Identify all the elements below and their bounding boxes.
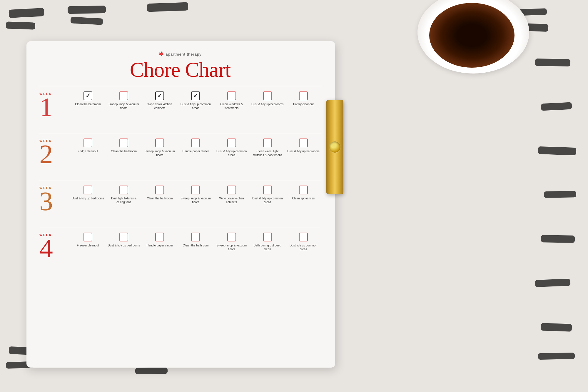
task-label-w3-t2: Clean the bathroom [147, 196, 173, 201]
task-cell-w3-t6: Clean appliances [286, 184, 321, 206]
task-cell-w1-t3: ✓Dust & tidy up common areas [178, 90, 213, 111]
task-cell-w3-t5: Dust & tidy up common areas [250, 184, 285, 206]
clipboard: ✻ apartment therapy Chore Chart WEEK1✓Cl… [26, 41, 335, 368]
week-label-4: WEEK4 [39, 231, 70, 259]
checkbox-w3-t2[interactable] [155, 186, 164, 194]
task-cell-w2-t0: Fridge cleanout [70, 137, 106, 159]
task-cell-w2-t2: Sweep, mop & vacuum floors [142, 137, 177, 159]
week-label-1: WEEK1 [39, 90, 70, 118]
task-label-w1-t6: Pantry cleanout [293, 102, 314, 106]
task-cell-w4-t4: Sweep, mop & vacuum floors [214, 231, 249, 253]
task-cell-w3-t2: Clean the bathroom [142, 184, 177, 206]
task-label-w4-t5: Bathroom grout deep clean [251, 243, 284, 251]
task-cell-w2-t4: Dust & tidy up common areas [214, 137, 249, 159]
task-label-w1-t5: Dust & tidy up bedrooms [251, 102, 284, 106]
checkbox-w1-t1[interactable] [119, 91, 128, 100]
task-label-w4-t3: Clean the bathroom [183, 243, 209, 248]
task-cell-w3-t4: Wipe down kitchen cabinets [214, 184, 249, 206]
task-label-w3-t0: Dust & tidy up bedrooms [72, 196, 104, 201]
task-label-w3-t3: Sweep, mop & vacuum floors [179, 196, 212, 204]
task-label-w2-t2: Sweep, mop & vacuum floors [143, 149, 176, 157]
brush-stroke-15 [538, 146, 577, 156]
task-label-w3-t5: Dust & tidy up common areas [251, 196, 284, 204]
checkbox-w3-t5[interactable] [263, 186, 272, 194]
task-cell-w1-t1: Sweep, mop & vacuum floors [106, 90, 141, 111]
task-label-w1-t4: Clean windows & treatments [215, 102, 248, 110]
checkbox-w2-t4[interactable] [227, 139, 236, 147]
task-cell-w2-t6: Dust & tidy up bedrooms [286, 137, 321, 159]
week-label-2: WEEK2 [39, 137, 70, 165]
task-label-w4-t0: Freezer cleanout [77, 243, 99, 248]
brush-stroke-19 [541, 323, 572, 332]
brush-stroke-18 [535, 279, 571, 287]
checkbox-w2-t6[interactable] [299, 139, 308, 147]
brush-stroke-10 [135, 367, 168, 374]
checkbox-w3-t4[interactable] [227, 186, 236, 194]
task-cell-w2-t5: Clean walls, light switches & door knobs [250, 137, 285, 159]
checkbox-w2-t3[interactable] [191, 139, 200, 147]
task-label-w3-t4: Wipe down kitchen cabinets [215, 196, 248, 204]
task-cell-w1-t4: Clean windows & treatments [214, 90, 249, 111]
week-number-1: 1 [39, 96, 53, 118]
checkbox-w3-t3[interactable] [191, 186, 200, 194]
checkbox-w1-t4[interactable] [227, 91, 236, 100]
week-label-3: WEEK3 [39, 184, 70, 212]
checkbox-w1-t6[interactable] [299, 91, 308, 100]
brush-stroke-17 [541, 235, 575, 243]
brush-stroke-14 [541, 102, 572, 111]
checkbox-w1-t5[interactable] [263, 91, 272, 100]
checkbox-w1-t2[interactable]: ✓ [155, 91, 164, 100]
task-label-w4-t4: Sweep, mop & vacuum floors [215, 243, 248, 251]
brush-stroke-3 [70, 17, 103, 25]
task-cell-w1-t5: Dust & tidy up bedrooms [250, 90, 285, 111]
task-label-w2-t4: Dust & tidy up common areas [215, 149, 248, 157]
checkbox-w4-t6[interactable] [299, 233, 308, 241]
checkmark-w1-t3: ✓ [193, 93, 198, 99]
checkbox-w1-t0[interactable]: ✓ [83, 91, 92, 100]
tasks-grid-week-4: Freezer cleanoutDust & tidy up bedroomsH… [70, 231, 321, 253]
brush-stroke-0 [9, 8, 44, 18]
checkbox-w4-t0[interactable] [83, 233, 92, 241]
task-cell-w1-t6: Pantry cleanout [286, 90, 321, 111]
checkbox-w2-t1[interactable] [119, 139, 128, 147]
task-cell-w3-t0: Dust & tidy up bedrooms [70, 184, 106, 206]
task-label-w1-t1: Sweep, mop & vacuum floors [107, 102, 141, 110]
task-label-w4-t2: Handle paper clutter [146, 243, 173, 248]
brush-stroke-2 [68, 6, 106, 14]
task-cell-w2-t1: Clean the bathroom [106, 137, 141, 159]
task-label-w3-t6: Clean appliances [292, 196, 315, 201]
brand-name: apartment therapy [166, 52, 202, 56]
task-cell-w2-t3: Handle paper clutter [178, 137, 213, 159]
checkbox-w3-t0[interactable] [83, 186, 92, 194]
task-label-w3-t1: Dust light fixtures & ceiling fans [107, 196, 141, 204]
brush-stroke-13 [535, 59, 570, 66]
checkbox-w4-t3[interactable] [191, 233, 200, 241]
task-label-w2-t5: Clean walls, light switches & door knobs [251, 149, 284, 157]
brush-stroke-4 [147, 2, 188, 12]
checkbox-w2-t0[interactable] [83, 139, 92, 147]
week-number-3: 3 [39, 190, 53, 212]
task-cell-w4-t2: Handle paper clutter [142, 231, 177, 253]
checkbox-w3-t6[interactable] [299, 186, 308, 194]
checkbox-w4-t4[interactable] [227, 233, 236, 241]
task-label-w2-t6: Dust & tidy up bedrooms [287, 149, 320, 154]
checkbox-w4-t1[interactable] [119, 233, 128, 241]
task-label-w2-t0: Fridge cleanout [78, 149, 98, 154]
week-number-4: 4 [39, 237, 53, 259]
week-row-2: WEEK2Fridge cleanoutClean the bathroomSw… [39, 133, 321, 180]
brush-stroke-1 [6, 21, 36, 29]
weeks-container: WEEK1✓Clean the bathroomSweep, mop & vac… [39, 86, 321, 274]
checkbox-w1-t3[interactable]: ✓ [191, 91, 200, 100]
checkbox-w2-t5[interactable] [263, 139, 272, 147]
task-cell-w4-t3: Clean the bathroom [178, 231, 213, 253]
checkbox-w2-t2[interactable] [155, 139, 164, 147]
task-cell-w4-t0: Freezer cleanout [70, 231, 106, 253]
task-label-w2-t1: Clean the bathroom [111, 149, 137, 154]
task-cell-w4-t6: Dust tidy up common areas [286, 231, 321, 253]
task-label-w1-t2: Wipe down kitchen cabinets [143, 102, 176, 110]
checkbox-w3-t1[interactable] [119, 186, 128, 194]
checkbox-w4-t5[interactable] [263, 233, 272, 241]
checkbox-w4-t2[interactable] [155, 233, 164, 241]
task-label-w1-t3: Dust & tidy up common areas [179, 102, 212, 110]
task-cell-w1-t0: ✓Clean the bathroom [70, 90, 106, 111]
